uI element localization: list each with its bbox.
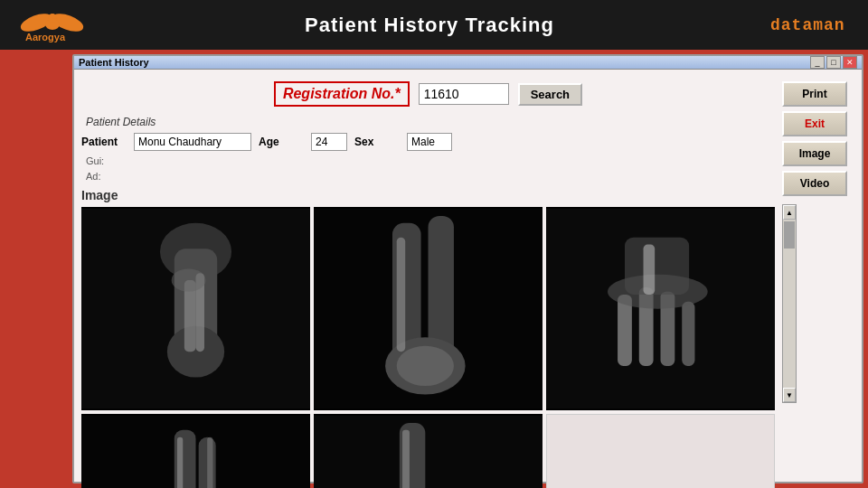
xray-cell-5[interactable]	[314, 414, 542, 488]
xray-image-grid	[81, 207, 775, 488]
svg-rect-40	[402, 430, 410, 488]
xray-cell-4[interactable]	[81, 414, 310, 488]
xray-image-1	[81, 207, 310, 410]
maximize-button[interactable]: □	[826, 56, 841, 69]
svg-rect-35	[314, 416, 542, 488]
action-buttons: Print Exit Image Video	[782, 77, 854, 196]
svg-rect-32	[199, 437, 216, 488]
window-body: Registration No.* Search Patient Details…	[74, 70, 862, 488]
svg-rect-21	[397, 238, 405, 352]
search-button[interactable]: Search	[518, 83, 582, 106]
dataman-logo-svg: dataman	[769, 5, 850, 41]
svg-text:Aarogya: Aarogya	[25, 32, 66, 42]
minimize-button[interactable]: _	[810, 56, 825, 69]
reg-no-label: Registration No.*	[274, 81, 410, 107]
reg-no-input[interactable]	[419, 83, 509, 105]
registration-row: Registration No.* Search	[81, 77, 775, 111]
xray-image-2	[314, 207, 542, 410]
window-titlebar: Patient History _ □ ✕	[74, 56, 862, 70]
xray-image-4	[81, 414, 310, 488]
age-input[interactable]	[311, 133, 347, 151]
svg-rect-33	[177, 437, 183, 488]
svg-point-20	[397, 346, 454, 386]
close-button[interactable]: ✕	[843, 56, 857, 69]
svg-rect-29	[644, 245, 656, 295]
image-section-label: Image	[81, 188, 118, 202]
xray-cell-3[interactable]	[546, 207, 775, 410]
left-sidebar	[0, 50, 68, 488]
patient-details-label: Patient Details	[86, 116, 775, 128]
patient-label: Patient	[81, 136, 127, 148]
window-controls[interactable]: _ □ ✕	[810, 56, 857, 69]
form-area: Registration No.* Search Patient Details…	[81, 77, 775, 488]
app-header: Aarogya Patient History Tracking dataman	[0, 0, 868, 50]
content-area: Patient History _ □ ✕ Registration No.* …	[68, 50, 868, 488]
svg-rect-34	[207, 437, 212, 488]
patient-name-input[interactable]	[134, 133, 251, 151]
aarogya-logo-svg: Aarogya	[18, 6, 90, 44]
age-label: Age	[259, 136, 304, 148]
patient-info-row: Patient Age Sex	[81, 133, 775, 151]
exit-button[interactable]: Exit	[782, 111, 847, 136]
scroll-thumb[interactable]	[784, 221, 795, 249]
aarogya-logo: Aarogya	[18, 6, 90, 44]
svg-rect-26	[682, 302, 694, 366]
scroll-down-button[interactable]: ▼	[783, 388, 796, 402]
scrollbar[interactable]: ▲ ▼	[782, 204, 797, 403]
main-area: Patient History _ □ ✕ Registration No.* …	[0, 50, 868, 488]
addr-row: Ad:	[86, 171, 775, 182]
image-section-header: Image	[81, 186, 775, 202]
image-button[interactable]: Image	[782, 141, 847, 166]
guide-row: Gui:	[86, 155, 775, 166]
right-panel: Print Exit Image Video ▲ ▼	[782, 77, 854, 488]
svg-rect-28	[625, 238, 689, 295]
patient-history-window: Patient History _ □ ✕ Registration No.* …	[72, 54, 863, 483]
svg-point-15	[172, 268, 206, 291]
xray-cell-2[interactable]	[314, 207, 542, 410]
xray-cell-6-empty	[546, 414, 775, 488]
sex-label: Sex	[354, 136, 400, 148]
video-button[interactable]: Video	[782, 171, 847, 196]
scroll-track	[783, 220, 796, 388]
page-title: Patient History Tracking	[90, 14, 769, 37]
window-title: Patient History	[79, 57, 149, 68]
svg-text:dataman: dataman	[770, 16, 845, 34]
print-button[interactable]: Print	[782, 81, 847, 107]
xray-image-3	[546, 207, 775, 410]
scroll-up-button[interactable]: ▲	[783, 205, 796, 220]
xray-image-5	[314, 414, 542, 488]
sex-input[interactable]	[407, 133, 452, 151]
dataman-logo: dataman	[769, 5, 850, 46]
xray-cell-1[interactable]	[81, 207, 310, 410]
